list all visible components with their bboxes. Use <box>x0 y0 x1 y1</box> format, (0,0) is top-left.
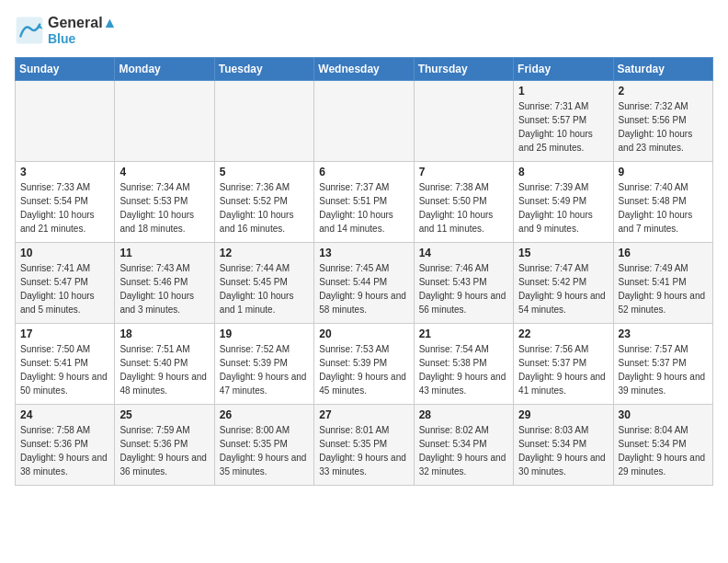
day-info: Sunrise: 8:01 AM Sunset: 5:35 PM Dayligh… <box>319 423 408 478</box>
logo-icon <box>15 16 44 45</box>
calendar-cell: 19Sunrise: 7:52 AM Sunset: 5:39 PM Dayli… <box>214 324 313 405</box>
calendar-cell: 2Sunrise: 7:32 AM Sunset: 5:56 PM Daylig… <box>613 81 712 162</box>
day-info: Sunrise: 7:34 AM Sunset: 5:53 PM Dayligh… <box>119 180 209 236</box>
calendar-cell: 4Sunrise: 7:34 AM Sunset: 5:53 PM Daylig… <box>115 162 214 243</box>
day-info: Sunrise: 7:44 AM Sunset: 5:45 PM Dayligh… <box>220 261 309 316</box>
logo-text: General▲ Blue <box>48 15 117 46</box>
logo: General▲ Blue <box>15 15 117 46</box>
day-info: Sunrise: 7:43 AM Sunset: 5:46 PM Dayligh… <box>119 261 209 316</box>
calendar-cell: 11Sunrise: 7:43 AM Sunset: 5:46 PM Dayli… <box>115 243 214 324</box>
calendar-cell <box>115 81 214 162</box>
weekday-header-wednesday: Wednesday <box>314 58 414 81</box>
day-number: 11 <box>119 247 209 259</box>
calendar-cell <box>314 81 414 162</box>
day-info: Sunrise: 8:00 AM Sunset: 5:35 PM Dayligh… <box>220 423 309 478</box>
calendar-week-1: 1Sunrise: 7:31 AM Sunset: 5:57 PM Daylig… <box>16 81 713 162</box>
calendar-cell <box>16 81 115 162</box>
day-info: Sunrise: 7:47 AM Sunset: 5:42 PM Dayligh… <box>518 261 608 316</box>
day-info: Sunrise: 7:46 AM Sunset: 5:43 PM Dayligh… <box>419 261 508 316</box>
day-info: Sunrise: 7:57 AM Sunset: 5:37 PM Dayligh… <box>619 342 708 397</box>
calendar-cell: 6Sunrise: 7:37 AM Sunset: 5:51 PM Daylig… <box>314 162 414 243</box>
day-number: 26 <box>220 408 309 421</box>
calendar-table: SundayMondayTuesdayWednesdayThursdayFrid… <box>15 57 713 486</box>
calendar-cell: 9Sunrise: 7:40 AM Sunset: 5:48 PM Daylig… <box>613 162 712 243</box>
calendar-cell: 12Sunrise: 7:44 AM Sunset: 5:45 PM Dayli… <box>214 243 313 324</box>
calendar-cell: 15Sunrise: 7:47 AM Sunset: 5:42 PM Dayli… <box>514 243 613 324</box>
day-info: Sunrise: 7:58 AM Sunset: 5:36 PM Dayligh… <box>20 423 109 478</box>
day-info: Sunrise: 8:02 AM Sunset: 5:34 PM Dayligh… <box>419 423 508 478</box>
day-info: Sunrise: 8:03 AM Sunset: 5:34 PM Dayligh… <box>518 423 608 478</box>
day-info: Sunrise: 8:04 AM Sunset: 5:34 PM Dayligh… <box>619 423 708 478</box>
weekday-header-friday: Friday <box>514 58 613 81</box>
day-number: 21 <box>419 327 508 340</box>
day-number: 3 <box>20 166 109 178</box>
day-number: 4 <box>119 166 209 178</box>
day-info: Sunrise: 7:50 AM Sunset: 5:41 PM Dayligh… <box>20 342 109 397</box>
day-number: 8 <box>518 166 608 178</box>
calendar-cell: 30Sunrise: 8:04 AM Sunset: 5:34 PM Dayli… <box>613 405 712 486</box>
day-info: Sunrise: 7:51 AM Sunset: 5:40 PM Dayligh… <box>119 342 209 397</box>
day-number: 30 <box>619 408 708 421</box>
day-info: Sunrise: 7:59 AM Sunset: 5:36 PM Dayligh… <box>119 423 209 478</box>
weekday-header-thursday: Thursday <box>414 58 513 81</box>
weekday-header-tuesday: Tuesday <box>214 58 313 81</box>
calendar-cell: 16Sunrise: 7:49 AM Sunset: 5:41 PM Dayli… <box>613 243 712 324</box>
calendar-cell: 1Sunrise: 7:31 AM Sunset: 5:57 PM Daylig… <box>514 81 613 162</box>
day-number: 22 <box>518 327 608 340</box>
weekday-header-sunday: Sunday <box>16 58 115 81</box>
calendar-cell: 3Sunrise: 7:33 AM Sunset: 5:54 PM Daylig… <box>16 162 115 243</box>
page-header: General▲ Blue <box>15 15 713 46</box>
calendar-cell: 28Sunrise: 8:02 AM Sunset: 5:34 PM Dayli… <box>414 405 513 486</box>
day-number: 14 <box>419 247 508 259</box>
weekday-header-saturday: Saturday <box>613 58 712 81</box>
day-info: Sunrise: 7:41 AM Sunset: 5:47 PM Dayligh… <box>20 261 109 316</box>
calendar-cell: 29Sunrise: 8:03 AM Sunset: 5:34 PM Dayli… <box>514 405 613 486</box>
day-info: Sunrise: 7:32 AM Sunset: 5:56 PM Dayligh… <box>619 99 708 155</box>
calendar-cell: 23Sunrise: 7:57 AM Sunset: 5:37 PM Dayli… <box>613 324 712 405</box>
day-number: 6 <box>319 166 408 178</box>
calendar-cell: 10Sunrise: 7:41 AM Sunset: 5:47 PM Dayli… <box>16 243 115 324</box>
day-info: Sunrise: 7:38 AM Sunset: 5:50 PM Dayligh… <box>419 180 508 236</box>
day-number: 7 <box>419 166 508 178</box>
weekday-header-monday: Monday <box>115 58 214 81</box>
day-info: Sunrise: 7:40 AM Sunset: 5:48 PM Dayligh… <box>619 180 708 236</box>
calendar-week-3: 10Sunrise: 7:41 AM Sunset: 5:47 PM Dayli… <box>16 243 713 324</box>
day-info: Sunrise: 7:33 AM Sunset: 5:54 PM Dayligh… <box>20 180 109 236</box>
calendar-cell: 21Sunrise: 7:54 AM Sunset: 5:38 PM Dayli… <box>414 324 513 405</box>
calendar-cell: 20Sunrise: 7:53 AM Sunset: 5:39 PM Dayli… <box>314 324 414 405</box>
calendar-cell: 5Sunrise: 7:36 AM Sunset: 5:52 PM Daylig… <box>214 162 313 243</box>
day-number: 15 <box>518 247 608 259</box>
day-number: 29 <box>518 408 608 421</box>
day-info: Sunrise: 7:37 AM Sunset: 5:51 PM Dayligh… <box>319 180 408 236</box>
calendar-week-2: 3Sunrise: 7:33 AM Sunset: 5:54 PM Daylig… <box>16 162 713 243</box>
calendar-cell <box>414 81 513 162</box>
calendar-cell: 22Sunrise: 7:56 AM Sunset: 5:37 PM Dayli… <box>514 324 613 405</box>
day-number: 1 <box>518 85 608 98</box>
calendar-cell: 14Sunrise: 7:46 AM Sunset: 5:43 PM Dayli… <box>414 243 513 324</box>
calendar-cell: 27Sunrise: 8:01 AM Sunset: 5:35 PM Dayli… <box>314 405 414 486</box>
calendar-cell: 18Sunrise: 7:51 AM Sunset: 5:40 PM Dayli… <box>115 324 214 405</box>
calendar-cell <box>214 81 313 162</box>
day-number: 16 <box>619 247 708 259</box>
day-info: Sunrise: 7:36 AM Sunset: 5:52 PM Dayligh… <box>220 180 309 236</box>
day-number: 2 <box>619 85 708 98</box>
day-number: 25 <box>119 408 209 421</box>
day-number: 5 <box>220 166 309 178</box>
calendar-cell: 26Sunrise: 8:00 AM Sunset: 5:35 PM Dayli… <box>214 405 313 486</box>
day-number: 18 <box>119 327 209 340</box>
calendar-cell: 17Sunrise: 7:50 AM Sunset: 5:41 PM Dayli… <box>16 324 115 405</box>
day-info: Sunrise: 7:56 AM Sunset: 5:37 PM Dayligh… <box>518 342 608 397</box>
day-info: Sunrise: 7:39 AM Sunset: 5:49 PM Dayligh… <box>518 180 608 236</box>
calendar-cell: 24Sunrise: 7:58 AM Sunset: 5:36 PM Dayli… <box>16 405 115 486</box>
day-info: Sunrise: 7:31 AM Sunset: 5:57 PM Dayligh… <box>518 99 608 155</box>
day-info: Sunrise: 7:54 AM Sunset: 5:38 PM Dayligh… <box>419 342 508 397</box>
day-number: 12 <box>220 247 309 259</box>
calendar-header: SundayMondayTuesdayWednesdayThursdayFrid… <box>16 58 713 81</box>
day-number: 27 <box>319 408 408 421</box>
calendar-cell: 13Sunrise: 7:45 AM Sunset: 5:44 PM Dayli… <box>314 243 414 324</box>
day-info: Sunrise: 7:49 AM Sunset: 5:41 PM Dayligh… <box>619 261 708 316</box>
calendar-cell: 8Sunrise: 7:39 AM Sunset: 5:49 PM Daylig… <box>514 162 613 243</box>
day-number: 9 <box>619 166 708 178</box>
day-number: 17 <box>20 327 109 340</box>
day-number: 19 <box>220 327 309 340</box>
